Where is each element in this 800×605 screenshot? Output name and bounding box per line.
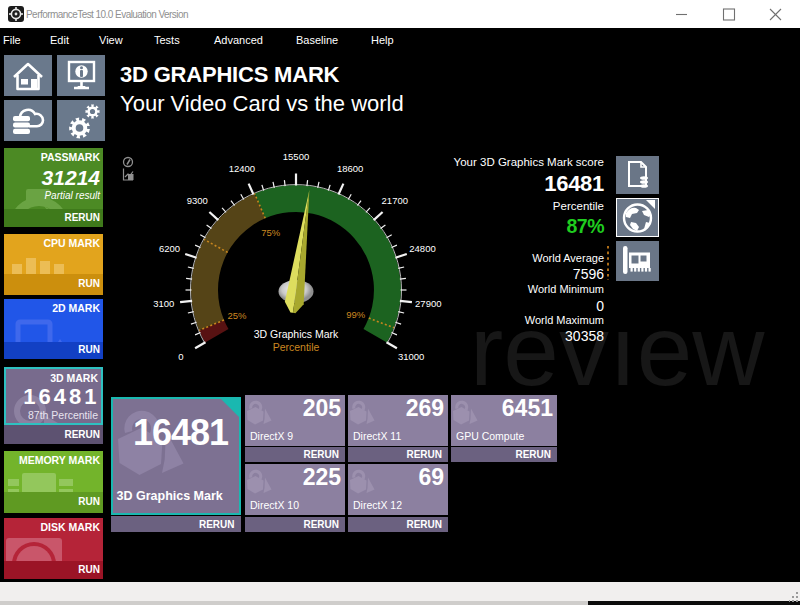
svg-text:0: 0 bbox=[178, 351, 183, 362]
svg-text:24800: 24800 bbox=[409, 243, 435, 254]
svg-text:12400: 12400 bbox=[229, 163, 255, 174]
svg-text:3D Graphics Mark: 3D Graphics Mark bbox=[254, 328, 339, 340]
svg-text:31000: 31000 bbox=[398, 351, 424, 362]
svg-text:3100: 3100 bbox=[153, 298, 174, 309]
svg-text:21700: 21700 bbox=[382, 195, 408, 206]
svg-text:25%: 25% bbox=[227, 310, 247, 321]
svg-text:75%: 75% bbox=[261, 227, 281, 238]
svg-text:Percentile: Percentile bbox=[273, 341, 320, 353]
svg-text:27900: 27900 bbox=[415, 298, 441, 309]
svg-text:99%: 99% bbox=[346, 309, 366, 320]
svg-text:18600: 18600 bbox=[337, 163, 363, 174]
svg-text:6200: 6200 bbox=[159, 243, 180, 254]
svg-text:9300: 9300 bbox=[187, 195, 208, 206]
svg-text:15500: 15500 bbox=[283, 151, 309, 162]
